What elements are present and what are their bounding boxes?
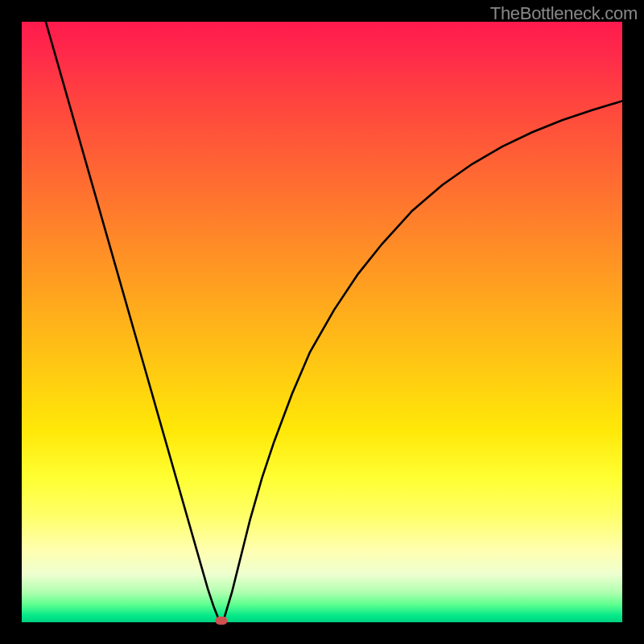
left-branch-curve xyxy=(46,22,219,619)
right-branch-curve xyxy=(225,101,622,616)
minimum-marker xyxy=(216,617,228,625)
curve-svg xyxy=(22,22,622,622)
plot-area xyxy=(22,22,622,622)
chart-frame: TheBottleneck.com xyxy=(0,0,644,644)
